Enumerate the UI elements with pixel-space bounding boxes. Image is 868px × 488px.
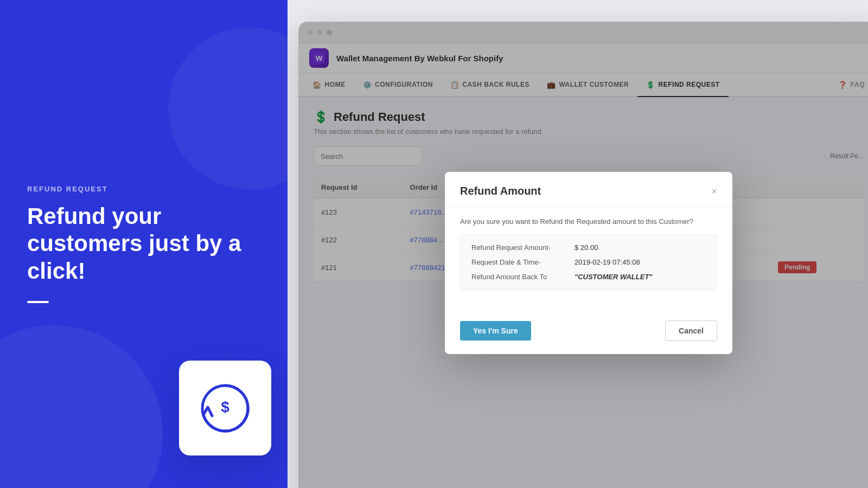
browser-window: W Wallet Management By Webkul For Shopif…: [298, 22, 868, 488]
modal-close-button[interactable]: ×: [711, 187, 717, 196]
modal-question: Are you sure you want to Refund the Requ…: [460, 217, 717, 226]
modal-info-value-3: "CUSTOMER WALLET": [575, 273, 653, 281]
refund-icon: $: [198, 381, 252, 435]
modal-overlay: Refund Amount × Are you sure you want to…: [298, 22, 868, 488]
modal: Refund Amount × Are you sure you want to…: [445, 172, 732, 354]
modal-info-value-2: 2019-02-19 07:45:08: [575, 258, 640, 266]
svg-text:$: $: [221, 399, 229, 415]
modal-info-box: Refund Request Amount- $ 20.00 Request D…: [460, 234, 717, 290]
modal-body: Are you sure you want to Refund the Requ…: [445, 207, 732, 312]
left-label: REFUND REQUEST: [27, 185, 260, 193]
modal-info-label-1: Refund Request Amount-: [471, 243, 575, 252]
modal-info-value-1: $ 20.00: [575, 243, 598, 252]
cancel-button[interactable]: Cancel: [665, 320, 717, 341]
confirm-button[interactable]: Yes I'm Sure: [460, 321, 531, 341]
modal-title: Refund Amount: [460, 185, 541, 197]
modal-footer: Yes I'm Sure Cancel: [445, 312, 732, 354]
modal-info-label-2: Request Date & Time-: [471, 258, 575, 266]
left-title: Refund your customers just by a click!: [27, 203, 260, 285]
modal-header: Refund Amount ×: [445, 172, 732, 207]
modal-info-row-2: Request Date & Time- 2019-02-19 07:45:08: [471, 258, 706, 266]
left-divider: [27, 301, 49, 303]
modal-info-row-3: Refund Amount Back To "CUSTOMER WALLET": [471, 273, 706, 281]
left-panel: REFUND REQUEST Refund your customers jus…: [0, 0, 288, 488]
modal-info-label-3: Refund Amount Back To: [471, 273, 575, 281]
icon-card: $: [179, 361, 271, 455]
right-panel: W Wallet Management By Webkul For Shopif…: [288, 0, 868, 488]
modal-info-row-1: Refund Request Amount- $ 20.00: [471, 243, 706, 252]
